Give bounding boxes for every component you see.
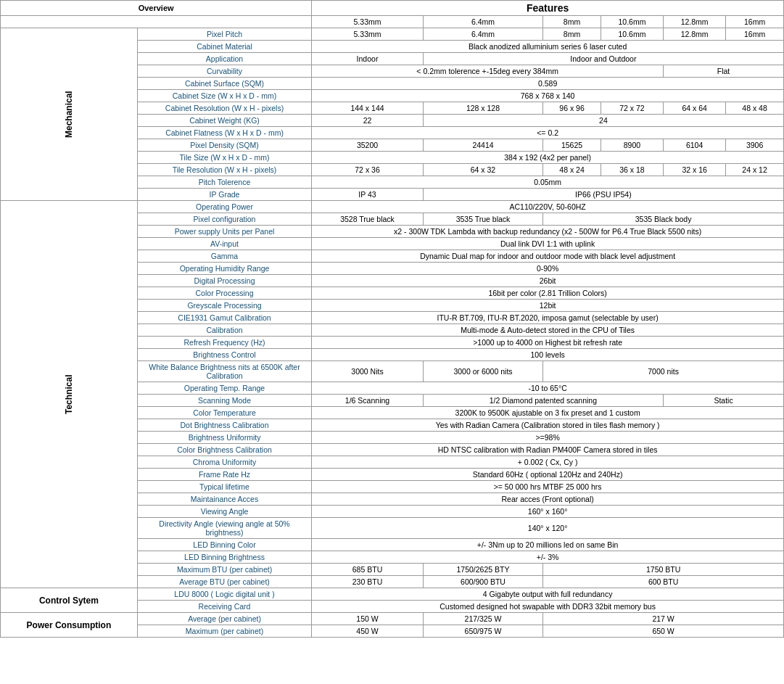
data-cell: Standard 60Hz ( optional 120Hz and 240Hz… [312, 469, 784, 481]
row-label: LED Binning Brightness [137, 551, 311, 564]
row-label: Color Processing [137, 287, 311, 300]
row-label: LDU 8000 ( Logic digital unit ) [137, 588, 311, 601]
data-cell: AC110/220V, 50-60HZ [312, 201, 784, 213]
row-label: Brightness Control [137, 349, 311, 361]
data-cell: Dual link DVI 1:1 with uplink [312, 238, 784, 250]
table-row: TechnicalOperating PowerAC110/220V, 50-6… [1, 201, 784, 213]
data-cell: 6104 [664, 139, 726, 152]
data-cell: 450 W [312, 625, 424, 638]
row-label: Power supply Units per Panel [137, 226, 311, 238]
features-table: Overview Features 5.33mm 6.4mm 8mm 10.6m… [0, 0, 784, 638]
row-label: Pixel configuration [137, 213, 311, 226]
data-cell: 650/975 W [423, 625, 542, 638]
data-cell: +/- 3Nm up to 20 millions led on same Bi… [312, 539, 784, 551]
data-cell: Multi-mode & Auto-detect stored in the C… [312, 324, 784, 337]
col-128: 12.8mm [664, 16, 726, 28]
row-label: Operating Humidity Range [137, 263, 311, 275]
row-label: Greyscale Processing [137, 300, 311, 312]
row-label: Digital Processing [137, 275, 311, 287]
table-row: MechanicalPixel Pitch5.33mm6.4mm8mm10.6m… [1, 28, 784, 41]
section-label-power: Power Consumption [1, 613, 138, 638]
row-label: Color Temperature [137, 407, 311, 419]
data-cell: 3535 Black body [543, 213, 784, 226]
row-label: Cabinet Flatness (W x H x D - mm) [137, 127, 311, 139]
row-label: Chroma Uniformity [137, 456, 311, 469]
overview-header: Overview [1, 1, 312, 16]
row-label: Typical lifetime [137, 481, 311, 493]
row-label: Maintainance Acces [137, 493, 311, 506]
data-cell: Customed designed hot swapable with DDR3… [312, 601, 784, 613]
data-cell: Indoor [312, 53, 424, 65]
row-label: Directivity Angle (viewing angle at 50% … [137, 518, 311, 539]
row-label: Pixel Density (SQM) [137, 139, 311, 152]
data-cell: -10 to 65°C [312, 382, 784, 395]
row-label: Color Brightness Calibration [137, 444, 311, 456]
row-label: CIE1931 Gamut Calibration [137, 312, 311, 324]
row-label: Operating Power [137, 201, 311, 213]
data-cell: 1750/2625 BTY [423, 564, 542, 576]
data-cell: 24 [423, 115, 783, 127]
data-cell: 384 x 192 (4x2 per panel) [312, 152, 784, 164]
data-cell: < 0.2mm tolerence +-15deg every 384mm [312, 65, 664, 78]
data-cell: 96 x 96 [543, 102, 601, 115]
table-row: Control SytemLDU 8000 ( Logic digital un… [1, 588, 784, 601]
data-cell: 230 BTU [312, 576, 424, 588]
data-cell: 3535 True black [423, 213, 542, 226]
row-label: Tile Size (W x H x D - mm) [137, 152, 311, 164]
row-label: Maximum BTU (per cabinet) [137, 564, 311, 576]
row-label: Scanning Mode [137, 395, 311, 407]
data-cell: 650 W [543, 625, 784, 638]
data-cell: 16mm [726, 28, 784, 41]
row-label: Receiving Card [137, 601, 311, 613]
data-cell: IP 43 [312, 189, 424, 201]
data-cell: 10.6mm [601, 28, 663, 41]
row-label: Gamma [137, 250, 311, 263]
row-label: Tile Resolution (W x H - pixels) [137, 164, 311, 176]
data-cell: 26bit [312, 275, 784, 287]
col-533: 5.33mm [312, 16, 424, 28]
data-cell: Yes with Radian Camera (Calibration stor… [312, 419, 784, 432]
data-cell: 3528 True black [312, 213, 424, 226]
section-label: Technical [1, 201, 138, 588]
data-cell: 12bit [312, 300, 784, 312]
data-cell: 0.589 [312, 78, 784, 90]
data-cell: 160° x 160° [312, 506, 784, 518]
data-cell: >= 50 000 hrs MTBF 25 000 hrs [312, 481, 784, 493]
data-cell: 685 BTU [312, 564, 424, 576]
section-label-control: Control Sytem [1, 588, 138, 613]
col-8: 8mm [543, 16, 601, 28]
data-cell: 1/6 Scanning [312, 395, 424, 407]
data-cell: 48 x 24 [543, 164, 601, 176]
row-label: Refresh Frequency (Hz) [137, 337, 311, 349]
row-label: White Balance Brightness nits at 6500K a… [137, 361, 311, 382]
row-label: Cabinet Weight (KG) [137, 115, 311, 127]
row-label: Operating Temp. Range [137, 382, 311, 395]
data-cell: Black anodized alluminium series 6 laser… [312, 41, 784, 53]
data-cell: 3000 or 6000 nits [423, 361, 542, 382]
data-cell: 72 x 36 [312, 164, 424, 176]
data-cell: 128 x 128 [423, 102, 542, 115]
data-cell: 35200 [312, 139, 424, 152]
row-label: Calibration [137, 324, 311, 337]
section-label: Mechanical [1, 28, 138, 201]
data-cell: 7000 nits [543, 361, 784, 382]
header-row: Overview Features [1, 1, 784, 16]
data-cell: 8900 [601, 139, 663, 152]
features-header: Features [312, 1, 784, 16]
data-cell: 24 x 12 [726, 164, 784, 176]
data-cell: <= 0.2 [312, 127, 784, 139]
row-label: Viewing Angle [137, 506, 311, 518]
data-cell: + 0.002 ( Cx, Cy ) [312, 456, 784, 469]
col-64: 6.4mm [423, 16, 542, 28]
row-label: Brightness Uniformity [137, 432, 311, 444]
row-label: Curvability [137, 65, 311, 78]
table-row: Power ConsumptionAverage (per cabinet)15… [1, 613, 784, 625]
row-label: Pixel Pitch [137, 28, 311, 41]
row-label: AV-input [137, 238, 311, 250]
data-cell: 8mm [543, 28, 601, 41]
row-label: Frame Rate Hz [137, 469, 311, 481]
data-cell: 217/325 W [423, 613, 542, 625]
data-cell: 150 W [312, 613, 424, 625]
data-cell: 100 levels [312, 349, 784, 361]
data-cell: 36 x 18 [601, 164, 663, 176]
